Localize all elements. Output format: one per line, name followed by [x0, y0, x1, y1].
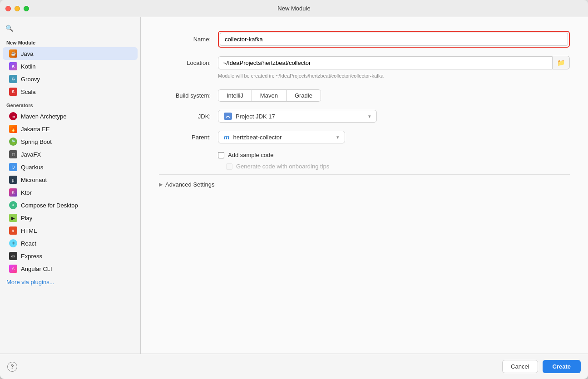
jdk-value: Project JDK 17: [236, 113, 275, 120]
sidebar-item-express[interactable]: ex Express: [3, 250, 138, 262]
new-module-label: New Module: [0, 36, 140, 47]
scala-icon: S: [9, 88, 17, 96]
quarkus-label: Quarkus: [21, 164, 43, 171]
build-system-group: IntelliJ Maven Gradle: [218, 89, 321, 102]
sidebar-item-maven[interactable]: m Maven Archetype: [3, 110, 138, 123]
generators-label: Generators: [0, 98, 140, 110]
add-sample-code-row: Add sample code: [159, 152, 570, 158]
advanced-label: Advanced Settings: [165, 181, 214, 188]
scala-label: Scala: [21, 89, 36, 95]
kotlin-icon: K: [9, 62, 17, 70]
build-system-label: Build system:: [159, 92, 218, 99]
parent-value: hertzbeat-collector: [233, 134, 282, 141]
maximize-button[interactable]: [24, 6, 29, 11]
micronaut-icon: μ: [9, 176, 17, 184]
react-label: React: [21, 240, 36, 247]
generate-code-row: Generate code with onboarding tips: [159, 163, 570, 170]
sidebar-item-play[interactable]: ▶ Play: [3, 212, 138, 224]
jdk-icon: [224, 113, 232, 120]
search-bar: 🔍: [0, 22, 140, 36]
html-label: HTML: [21, 227, 37, 234]
build-intellij-button[interactable]: IntelliJ: [218, 90, 252, 101]
location-hint: Module will be created in: ~/IdeaProject…: [218, 73, 384, 79]
advanced-settings-section[interactable]: ▶ Advanced Settings: [159, 174, 570, 194]
bottom-bar: ? Cancel Create: [0, 354, 588, 379]
angular-icon: A: [9, 265, 17, 273]
ktor-icon: K: [9, 188, 17, 197]
compose-label: Compose for Desktop: [21, 202, 78, 209]
sidebar-item-html[interactable]: 5 HTML: [3, 224, 138, 237]
jdk-select-inner: Project JDK 17: [224, 113, 275, 120]
parent-label: Parent:: [159, 134, 218, 141]
minimize-button[interactable]: [15, 6, 20, 11]
more-plugins-link[interactable]: More via plugins...: [0, 275, 140, 289]
build-gradle-button[interactable]: Gradle: [287, 90, 321, 101]
springboot-icon: 🍃: [9, 138, 17, 146]
kotlin-label: Kotlin: [21, 63, 36, 70]
advanced-chevron-icon: ▶: [159, 182, 163, 187]
quarkus-icon: Q: [9, 163, 17, 171]
name-input[interactable]: [220, 33, 568, 46]
javafx-label: JavaFX: [21, 151, 41, 158]
sidebar-item-javafx[interactable]: ◻ JavaFX: [3, 148, 138, 161]
express-label: Express: [21, 253, 42, 260]
location-browse-button[interactable]: 📁: [553, 56, 570, 69]
sidebar: 🔍 New Module ☕ Java K Kotlin G Groovy S …: [0, 17, 141, 354]
sidebar-item-java[interactable]: ☕ Java: [3, 47, 138, 60]
sidebar-item-angular[interactable]: A Angular CLI: [3, 262, 138, 275]
javafx-icon: ◻: [9, 150, 17, 158]
name-field-wrapper: [218, 31, 570, 48]
groovy-label: Groovy: [21, 76, 40, 83]
groovy-icon: G: [9, 75, 17, 83]
jakarta-icon: 🔥: [9, 125, 17, 133]
jakarta-label: Jakarta EE: [21, 126, 50, 133]
parent-select[interactable]: m hertzbeat-collector ▾: [218, 131, 345, 143]
parent-row: Parent: m hertzbeat-collector ▾: [159, 131, 570, 143]
react-icon: ⚛: [9, 239, 17, 247]
footer-buttons: Cancel Create: [502, 360, 581, 373]
html-icon: 5: [9, 226, 17, 235]
build-maven-button[interactable]: Maven: [252, 90, 287, 101]
cancel-button[interactable]: Cancel: [502, 360, 538, 373]
parent-chevron-icon: ▾: [336, 134, 339, 140]
new-module-window: New Module 🔍 New Module ☕ Java K Kotlin: [0, 0, 588, 379]
generate-code-checkbox: [226, 163, 232, 170]
build-system-row: Build system: IntelliJ Maven Gradle: [159, 89, 570, 102]
java-label: Java: [21, 50, 33, 57]
sidebar-item-ktor[interactable]: K Ktor: [3, 186, 138, 199]
parent-icon: m: [224, 133, 229, 141]
name-row: Name:: [159, 31, 570, 48]
maven-icon: m: [9, 112, 17, 120]
close-button[interactable]: [5, 6, 11, 11]
name-label: Name:: [159, 36, 218, 43]
sidebar-item-jakarta[interactable]: 🔥 Jakarta EE: [3, 123, 138, 135]
ktor-label: Ktor: [21, 189, 32, 196]
jdk-chevron-icon: ▾: [368, 113, 371, 119]
angular-label: Angular CLI: [21, 266, 52, 272]
sidebar-item-scala[interactable]: S Scala: [3, 85, 138, 98]
micronaut-label: Micronaut: [21, 177, 47, 183]
sidebar-item-springboot[interactable]: 🍃 Spring Boot: [3, 135, 138, 148]
sidebar-item-react[interactable]: ⚛ React: [3, 237, 138, 250]
search-icon: 🔍: [5, 25, 13, 32]
help-button[interactable]: ?: [7, 362, 17, 372]
compose-icon: ✦: [9, 201, 17, 209]
location-label: Location:: [159, 59, 218, 66]
location-input[interactable]: [218, 56, 553, 69]
play-label: Play: [21, 215, 32, 221]
sidebar-item-micronaut[interactable]: μ Micronaut: [3, 173, 138, 186]
express-icon: ex: [9, 252, 17, 260]
generate-code-label: Generate code with onboarding tips: [236, 163, 329, 170]
sidebar-item-kotlin[interactable]: K Kotlin: [3, 60, 138, 73]
sidebar-item-groovy[interactable]: G Groovy: [3, 73, 138, 85]
add-sample-code-checkbox[interactable]: [218, 152, 224, 158]
add-sample-code-label: Add sample code: [228, 152, 273, 158]
sidebar-item-compose[interactable]: ✦ Compose for Desktop: [3, 199, 138, 212]
jdk-select[interactable]: Project JDK 17 ▾: [218, 110, 377, 123]
sidebar-item-quarkus[interactable]: Q Quarkus: [3, 161, 138, 173]
location-row-inner: 📁: [218, 56, 570, 69]
play-icon: ▶: [9, 214, 17, 222]
java-icon: ☕: [9, 49, 17, 58]
create-button[interactable]: Create: [543, 360, 581, 373]
titlebar: New Module: [0, 0, 588, 17]
